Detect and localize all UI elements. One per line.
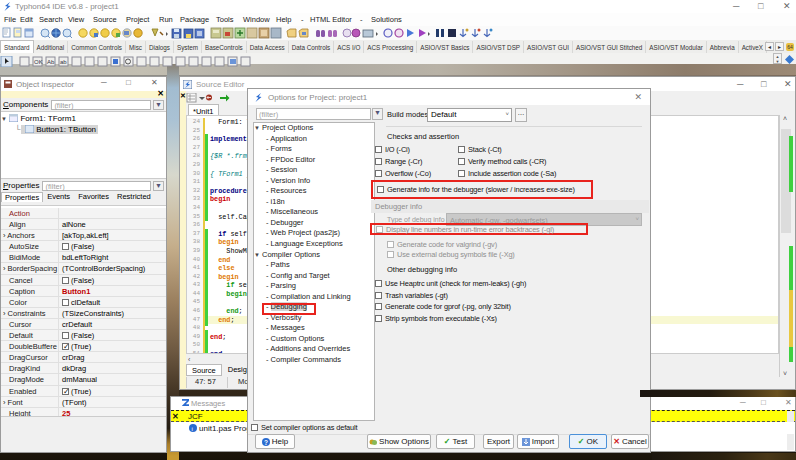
svg-text:?: ? <box>264 438 268 445</box>
svg-text:OK: OK <box>34 59 43 65</box>
svg-text:ab: ab <box>60 59 67 65</box>
svg-text:i: i <box>192 426 193 432</box>
svg-text:Ab: Ab <box>47 59 55 65</box>
